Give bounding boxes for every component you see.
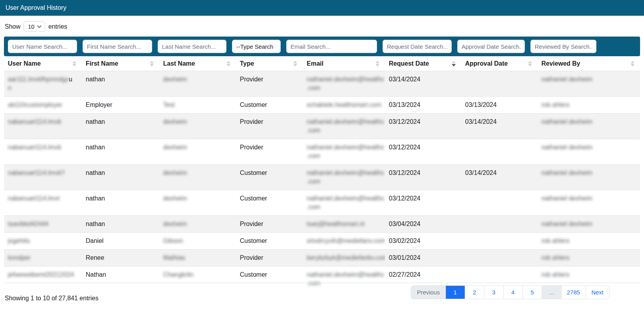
cell-email: tsarj@healthsmart.nl [303,216,385,233]
column-header-last-name[interactable]: Last Name [159,56,236,71]
sort-icon [375,61,379,66]
cell-type: Provider [236,250,303,267]
column-header-email[interactable]: Email [303,56,385,71]
redacted-text: berybzbyk@mediefanbv.com [307,254,385,261]
table-footer: Showing 1 to 10 of 27,841 entries Previo… [4,283,640,318]
cell-request-date: 03/14/2024 [385,71,461,97]
last-name-search-input[interactable] [158,40,226,53]
cell-reviewed-by: nathaniel dexheim [537,114,640,139]
redacted-text: rob ahlers [541,237,569,244]
title-bar: User Approval History [0,0,644,16]
redacted-text: rob ahlers [541,254,569,261]
request-date-search-input[interactable] [383,40,452,53]
page-length-select[interactable]: 10 [24,21,45,32]
cell-user-name: kondper [4,250,82,267]
cell-request-date: 03/12/2024 [385,114,461,139]
first-name-search-input[interactable] [83,40,152,53]
redacted-text: n [8,85,11,91]
cell-user-name: aar111.lmvkfhpmndgxun [4,71,82,97]
cell-approval-date [461,190,537,216]
cell-user-name: nabanuart114.lmvt [4,190,82,216]
cell-first-name: nathan [82,165,159,190]
cell-last-name: dexheim [159,139,236,165]
redacted-text: .com [307,204,320,210]
cell-approval-date [461,233,537,250]
sort-icon [150,61,154,66]
redacted-text: tsarj@healthsmart.nl [307,221,364,227]
cell-type: Customer [236,190,303,216]
cell-last-name: dexheim [159,71,236,97]
redacted-text: dexheim [163,221,187,227]
page-gap: ... [542,286,561,299]
column-header-first-name[interactable]: First Name [82,56,159,71]
cell-user-name: tsavibkd42444 [4,216,82,233]
next-button[interactable]: Next [585,286,609,299]
cell-email: nathaniel.dexheim@healthc.com [303,190,385,216]
page-button-2785[interactable]: 2785 [561,286,585,299]
redacted-text: nathaniel.dexheim@healthc [307,118,385,125]
cell-last-name: Mathias [159,250,236,267]
cell-request-date: 03/12/2024 [385,190,461,216]
table-row: aar111.lmvkfhpmndgxunnathandexheimProvid… [4,71,640,97]
redacted-text: nathaniel.dexheim@healthc [307,195,385,202]
entries-label: entries [48,23,67,30]
column-header-approval-date[interactable]: Approval Date [461,56,537,71]
cell-type: Provider [236,71,303,97]
previous-button: Previous [411,286,445,299]
sort-desc-icon [452,61,456,66]
table-row: nabanuart114.lmvb?nathandexheimCustomern… [4,165,640,190]
cell-approval-date: 03/14/2024 [461,165,537,190]
redacted-text: .com [307,178,320,185]
page-button-1[interactable]: 1 [445,286,465,299]
cell-user-name: nabanuart114.lmvb? [4,165,82,190]
table-row: tsavibkd42444nathandexheimProvidertsarj@… [4,216,640,233]
cell-first-name: Employer [82,97,159,114]
user-name-search-input[interactable] [8,40,77,53]
redacted-text: rob ahlers [541,271,569,278]
cell-last-name: Test [159,97,236,114]
redacted-text: Mathias [163,254,185,261]
redacted-text: nathaniel.dexheim@healthc [307,76,385,83]
cell-reviewed-by: nathaniel dexheim [537,190,640,216]
table-row: kondperReneeMathiasProviderberybzbyk@med… [4,250,640,267]
column-header-reviewed-by[interactable]: Reviewed By [537,56,640,71]
cell-request-date: 03/12/2024 [385,165,461,190]
cell-type: Customer [236,233,303,250]
sort-icon [72,61,76,66]
cell-type: Customer [236,165,303,190]
page-button-3[interactable]: 3 [484,286,503,299]
redacted-text: nathaniel dexheim [541,195,592,202]
cell-last-name: dexheim [159,190,236,216]
sort-icon [293,61,297,66]
redacted-text: ab110customployer [8,101,62,108]
approval-date-search-input[interactable] [457,40,525,53]
column-header-request-date[interactable]: Request Date [385,56,461,71]
redacted-text: nathaniel dexheim [541,221,592,227]
reviewed-by-search-input[interactable] [530,40,596,53]
cell-user-name: jogehtts [4,233,82,250]
redacted-text: tsavibkd42444 [8,221,48,227]
redacted-text: nathaniel.dexheim@healthc [307,169,385,176]
page-button-5[interactable]: 5 [523,286,542,299]
cell-last-name: Gibson [159,233,236,250]
redacted-text: nabanuart114.lmvb [8,118,61,125]
page-button-2[interactable]: 2 [465,286,484,299]
redacted-text: nathaniel.dexheim@healthc [307,271,385,278]
column-header-user-name[interactable]: User Name [4,56,82,71]
page-button-4[interactable]: 4 [503,286,523,299]
email-search-input[interactable] [286,40,377,53]
cell-first-name: nathan [82,114,159,139]
cell-type: Provider [236,139,303,165]
cell-email: srtvdrcyvih@mediefanv.com [303,233,385,250]
redacted-text: nathaniel dexheim [541,118,592,125]
column-header-type[interactable]: Type [236,56,303,71]
redacted-text: aar111.lmvkfhpmndgx [8,76,69,83]
table-row: nabanuart114.lmvbnathandexheimProviderna… [4,114,640,139]
cell-approval-date: 03/14/2024 [461,114,537,139]
type-search-select[interactable]: --Type Search [232,40,281,53]
redacted-text: .com [307,153,320,159]
cell-last-name: dexheim [159,114,236,139]
cell-reviewed-by: rob ahlers [537,250,640,267]
cell-first-name: Daniel [82,233,159,250]
cell-reviewed-by: nathaniel dexheim [537,71,640,97]
